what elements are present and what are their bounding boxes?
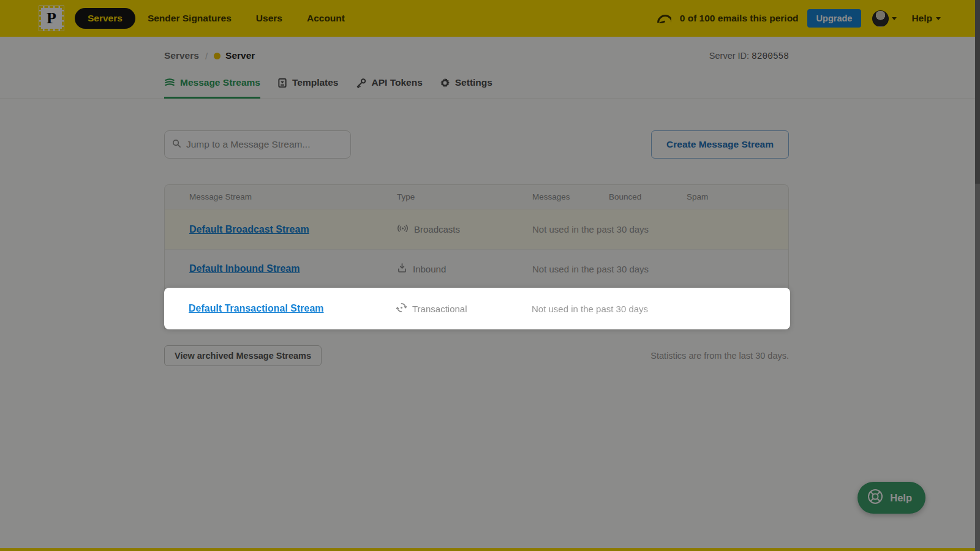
table-header: Message Stream Type Messages Bounced Spa… xyxy=(165,185,788,209)
top-navbar: P Servers Sender Signatures Users Accoun… xyxy=(0,0,980,37)
table-row-inbound: Default Inbound Stream Inbound Not used … xyxy=(165,249,788,288)
inbound-stream-link[interactable]: Default Inbound Stream xyxy=(189,263,300,274)
create-message-stream-button[interactable]: Create Message Stream xyxy=(651,130,789,159)
inbound-icon xyxy=(397,263,407,275)
breadcrumb-servers-link[interactable]: Servers xyxy=(164,50,199,61)
server-id-value: 8200558 xyxy=(752,51,789,61)
main-content: Create Message Stream Message Stream Typ… xyxy=(164,130,789,366)
breadcrumb-separator: / xyxy=(205,51,208,61)
chevron-down-icon xyxy=(892,17,897,20)
user-menu[interactable] xyxy=(872,10,897,27)
table-row-transactional-spotlight: Default Transactional Stream Transaction… xyxy=(164,288,790,329)
streams-toolbar: Create Message Stream xyxy=(164,130,789,159)
table-row-broadcast: Default Broadcast Stream Broadcasts Not … xyxy=(165,209,788,249)
tab-templates[interactable]: Templates xyxy=(277,77,339,99)
stream-status: Not used in the past 30 days xyxy=(532,264,788,274)
navbar-right: 0 of 100 emails this period Upgrade Help xyxy=(657,9,941,28)
stats-note: Statistics are from the last 30 days. xyxy=(650,351,789,361)
type-label: Broadcasts xyxy=(414,224,460,234)
stream-search[interactable] xyxy=(164,130,351,159)
view-archived-streams-button[interactable]: View archived Message Streams xyxy=(164,345,322,366)
tab-message-streams[interactable]: Message Streams xyxy=(164,77,260,99)
nav-item-sender-signatures[interactable]: Sender Signatures xyxy=(135,8,244,29)
transactional-stream-link[interactable]: Default Transactional Stream xyxy=(189,303,324,313)
help-fab-button[interactable]: Help xyxy=(858,482,925,514)
streams-icon xyxy=(164,78,175,88)
help-fab-label: Help xyxy=(890,492,912,504)
column-type: Type xyxy=(397,192,532,201)
server-id-label: Server ID: xyxy=(709,51,749,61)
tab-settings[interactable]: Settings xyxy=(440,77,492,99)
upgrade-button[interactable]: Upgrade xyxy=(807,9,862,28)
column-messages: Messages xyxy=(532,192,609,201)
page-title: Server xyxy=(225,50,255,61)
footer-accent-bar xyxy=(0,548,980,551)
help-menu[interactable]: Help xyxy=(911,13,941,24)
postmark-logo-letter: P xyxy=(47,9,56,28)
server-id: Server ID:8200558 xyxy=(709,51,789,61)
column-message-stream: Message Stream xyxy=(189,192,397,201)
type-label: Transactional xyxy=(412,304,467,314)
postmark-logo[interactable]: P xyxy=(39,6,64,31)
nav-item-users[interactable]: Users xyxy=(244,8,295,29)
stream-status: Not used in the past 30 days xyxy=(532,304,790,314)
broadcast-stream-link[interactable]: Default Broadcast Stream xyxy=(189,224,309,234)
key-icon xyxy=(356,78,367,88)
broadcast-icon xyxy=(397,223,409,235)
tab-api-tokens[interactable]: API Tokens xyxy=(356,77,423,99)
chevron-down-icon xyxy=(936,17,941,20)
server-tabs: Message Streams Templates API Tokens xyxy=(164,77,789,99)
avatar xyxy=(872,10,889,27)
template-icon xyxy=(277,78,287,88)
transactional-icon xyxy=(396,302,407,315)
page-scrollbar[interactable] xyxy=(975,0,980,551)
gear-icon xyxy=(440,78,450,88)
table-footer: View archived Message Streams Statistics… xyxy=(164,345,789,366)
nav-item-account[interactable]: Account xyxy=(295,8,357,29)
message-streams-table: Message Stream Type Messages Bounced Spa… xyxy=(164,184,789,329)
breadcrumb: Servers / Server Server ID:8200558 xyxy=(164,50,789,61)
help-menu-label: Help xyxy=(911,13,932,24)
scrollbar-thumb[interactable] xyxy=(975,0,980,184)
primary-nav: Servers Sender Signatures Users Account xyxy=(75,8,357,29)
usage-gauge-icon xyxy=(657,14,671,23)
search-input[interactable] xyxy=(186,139,343,150)
search-icon xyxy=(172,139,181,151)
type-label: Inbound xyxy=(413,264,446,274)
column-bounced: Bounced xyxy=(609,192,687,201)
usage-text: 0 of 100 emails this period xyxy=(680,13,799,24)
column-spam: Spam xyxy=(687,192,788,201)
server-status-dot xyxy=(214,53,221,59)
page-header: Servers / Server Server ID:8200558 Messa… xyxy=(0,37,980,99)
nav-item-servers[interactable]: Servers xyxy=(75,8,135,29)
lifebuoy-icon xyxy=(866,487,884,508)
stream-status: Not used in the past 30 days xyxy=(532,224,788,234)
